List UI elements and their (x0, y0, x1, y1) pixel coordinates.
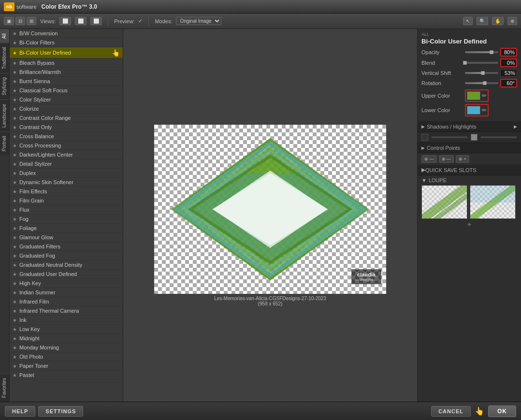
filter-item[interactable]: ★ Paper Toner (10, 362, 123, 371)
filter-item[interactable]: ★ Midnight (10, 334, 123, 343)
remove-control-point-btn[interactable]: ⊕ — (439, 155, 454, 163)
settings-button[interactable]: SETTINGS (38, 406, 83, 417)
filter-item-name: Brilliance/Warmth (19, 69, 120, 75)
ok-button[interactable]: OK (488, 406, 516, 417)
view-btn-1[interactable]: ⬜ (59, 17, 71, 25)
tab-favorites[interactable]: Favorites (0, 374, 9, 402)
view-btn-3[interactable]: ⬜ (90, 17, 102, 25)
add-control-point-btn[interactable]: ⊕ — (421, 155, 437, 163)
tab-stylizing[interactable]: Stylizing (0, 73, 9, 99)
filter-item[interactable]: ★ Brilliance/Warmth (10, 68, 123, 77)
filter-item[interactable]: ★ Old Photo (10, 352, 123, 362)
loupe-header: ▼ LOUPE (421, 177, 517, 183)
tool4-btn[interactable]: ⊕ (507, 17, 517, 25)
shadows-highlights-header[interactable]: ▶ Shadows / Highlights ▶ (418, 122, 521, 132)
rotation-slider-container[interactable] (465, 80, 498, 87)
split-view-btn[interactable]: ⊟ (15, 17, 25, 25)
pointer-icon: 👆 (475, 406, 484, 416)
filter-item[interactable]: ★ Contrast Only (10, 123, 123, 132)
filter-star-icon: ★ (13, 198, 17, 203)
filter-item[interactable]: ★ Graduated Filters (10, 242, 123, 251)
filter-item[interactable]: ★ Burnt Sienna (10, 77, 123, 86)
filter-item[interactable]: ★ Bleach Bypass (10, 58, 123, 68)
filter-item[interactable]: ★ Graduated Fog (10, 251, 123, 261)
lower-color-picker-icon[interactable]: ✏ (482, 107, 487, 114)
loupe-crosshair-icon[interactable]: ⌖ (467, 220, 471, 229)
highlights-swatch[interactable] (471, 134, 478, 141)
opacity-slider-fill (465, 51, 492, 53)
filter-item[interactable]: ★ Colorize (10, 104, 123, 114)
filter-item[interactable]: ★ Glamour Glow (10, 233, 123, 242)
rotation-value: 60° (500, 79, 517, 87)
single-view-btn[interactable]: ▣ (4, 17, 14, 25)
filter-item[interactable]: ★ Pastel (10, 371, 123, 380)
filter-item-name: Contrast Color Range (19, 115, 120, 121)
filter-item[interactable]: ★ Dynamic Skin Softener (10, 178, 123, 187)
filter-item[interactable]: ★ Duplex (10, 169, 123, 178)
lower-color-swatch[interactable] (467, 106, 480, 115)
filter-item[interactable]: ★ Indian Summer (10, 288, 123, 297)
view-btn-2[interactable]: ⬜ (75, 17, 87, 25)
filter-star-icon: ★ (13, 244, 17, 249)
filter-item-name: Color Stylizer (19, 97, 120, 102)
filter-item[interactable]: ★ Low Key (10, 325, 123, 334)
filter-item[interactable]: ★ B/W Conversion (10, 29, 123, 38)
tab-traditional[interactable]: Traditional (0, 43, 9, 73)
tab-landscape[interactable]: Landscape (0, 100, 9, 131)
opacity-slider-container[interactable] (465, 49, 498, 56)
lower-color-swatch-container[interactable]: ✏ (465, 104, 489, 116)
upper-color-picker-icon[interactable]: ✏ (482, 92, 487, 99)
filter-item-name: Old Photo (19, 354, 120, 360)
cancel-button[interactable]: CANCEL (431, 406, 471, 417)
blend-value: 0% (500, 58, 517, 67)
highlights-slider[interactable] (480, 136, 517, 138)
modes-select[interactable]: Original Image (176, 17, 221, 25)
filter-item[interactable]: ★ Bi-Color User Defined 👆 (10, 47, 123, 58)
filter-item-name: High Key (19, 280, 120, 286)
filter-item[interactable]: ★ Film Grain (10, 196, 123, 205)
filter-item[interactable]: ★ Bi-Color Filters (10, 38, 123, 47)
filter-title-section: All Bi-Color User Defined Opacity 80% Bl… (418, 29, 521, 122)
control-points-header[interactable]: ▶ Control Points (418, 143, 521, 153)
pointer-tool-btn[interactable]: ↖ (463, 17, 473, 25)
filter-item-name: Film Grain (19, 198, 120, 203)
pan-btn[interactable]: ✋ (492, 17, 504, 25)
filter-item[interactable]: ★ Ink (10, 316, 123, 325)
cp-action-btn[interactable]: ⊕ + (456, 155, 469, 163)
help-button[interactable]: HELP (5, 406, 35, 417)
upper-color-swatch[interactable] (467, 91, 480, 100)
filter-item[interactable]: ★ Monday Morning (10, 343, 123, 352)
zoom-btn[interactable]: 🔍 (477, 17, 488, 25)
filter-item[interactable]: ★ Graduated Neutral Density (10, 261, 123, 270)
vertical-shift-slider-container[interactable] (465, 70, 498, 76)
filter-item[interactable]: ★ Infrared Film (10, 297, 123, 306)
filter-item[interactable]: ★ Cross Balance (10, 132, 123, 141)
upper-color-swatch-container[interactable]: ✏ (465, 89, 489, 102)
filter-item[interactable]: ★ High Key (10, 279, 123, 288)
filter-item[interactable]: ★ Film Effects (10, 187, 123, 196)
shadows-swatch[interactable] (421, 134, 428, 141)
quick-save-header[interactable]: ▶ QUICK SAVE SLOTS (418, 165, 521, 175)
filter-item[interactable]: ★ Contrast Color Range (10, 114, 123, 123)
opacity-row: Opacity 80% (421, 48, 517, 57)
filter-item[interactable]: ★ Infrared Thermal Camera (10, 306, 123, 316)
tab-all[interactable]: All (0, 29, 9, 43)
preview-canvas[interactable]: claudia — designs — (154, 125, 386, 294)
filter-item[interactable]: ★ Detail Stylizer (10, 159, 123, 169)
filter-item-name: Bi-Color User Defined (19, 50, 112, 56)
filter-item[interactable]: ★ Color Stylizer (10, 95, 123, 104)
toolbar: ▣ ⊟ ⊞ Views: ⬜ ⬜ ⬜ Preview: ✓ Modes: Ori… (0, 14, 521, 29)
tab-portrait[interactable]: Portrait (0, 131, 9, 155)
filter-item[interactable]: ★ Flux (10, 205, 123, 215)
filter-item-name: Graduated User Defined (19, 271, 120, 277)
shadows-slider[interactable] (431, 136, 468, 138)
filter-item[interactable]: ★ Darken/Lighten Center (10, 150, 123, 159)
dual-view-btn[interactable]: ⊞ (27, 17, 36, 25)
filter-item[interactable]: ★ Foliage (10, 224, 123, 233)
filter-item-name: Classical Soft Focus (19, 87, 120, 93)
filter-item[interactable]: ★ Graduated User Defined (10, 270, 123, 279)
blend-slider-container[interactable] (465, 59, 498, 66)
filter-item[interactable]: ★ Cross Processing (10, 141, 123, 150)
filter-item[interactable]: ★ Classical Soft Focus (10, 86, 123, 95)
filter-item[interactable]: ★ Fog (10, 215, 123, 224)
